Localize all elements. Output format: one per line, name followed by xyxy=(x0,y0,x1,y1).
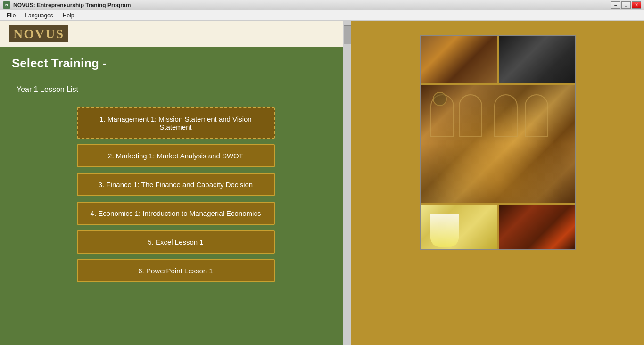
select-training-title: Select Training - xyxy=(12,56,339,71)
arch-window-4 xyxy=(525,94,548,137)
clock-decoration xyxy=(433,92,447,106)
window-title-text: NOVUS: Entrepreneurship Traning Program xyxy=(13,2,131,8)
app-icon: N xyxy=(3,1,10,9)
lesson-button-5[interactable]: 5. Excel Lesson 1 xyxy=(77,230,275,254)
left-panel: NOVUS Select Training - Year 1 Lesson Li… xyxy=(0,21,351,345)
menu-file[interactable]: File xyxy=(2,11,20,20)
app-body: NOVUS Select Training - Year 1 Lesson Li… xyxy=(0,21,644,345)
window-titlebar: N NOVUS: Entrepreneurship Traning Progra… xyxy=(0,0,644,10)
scrollbar-track[interactable] xyxy=(343,21,351,345)
novus-header: NOVUS xyxy=(0,21,351,47)
arch-window-3 xyxy=(494,94,518,137)
lesson-button-4[interactable]: 4. Economics 1: Introduction to Manageri… xyxy=(77,202,275,225)
title-divider xyxy=(12,78,339,78)
year-lesson-title: Year 1 Lesson List xyxy=(12,85,339,94)
lesson-button-2[interactable]: 2. Marketing 1: Market Analysis and SWOT xyxy=(77,144,275,167)
arch-window-2 xyxy=(459,94,482,137)
photo-brewery-right xyxy=(499,36,575,83)
lesson-button-1[interactable]: 1. Management 1: Mission Statement and V… xyxy=(77,107,275,139)
novus-logo: NOVUS xyxy=(9,25,68,42)
scrollbar-thumb[interactable] xyxy=(344,25,351,44)
window-title-group: N NOVUS: Entrepreneurship Traning Progra… xyxy=(3,1,131,9)
lesson-button-6[interactable]: 6. PowerPoint Lesson 1 xyxy=(77,259,275,282)
menu-languages[interactable]: Languages xyxy=(20,11,58,20)
green-content: Select Training - Year 1 Lesson List 1. … xyxy=(0,47,351,345)
menu-help[interactable]: Help xyxy=(58,11,79,20)
minimize-button[interactable]: – xyxy=(611,1,620,9)
photo-collage xyxy=(420,35,576,250)
lesson-divider xyxy=(12,98,339,98)
photo-beer-glass xyxy=(421,205,497,249)
close-button[interactable]: ✕ xyxy=(632,1,641,9)
window-controls: – □ ✕ xyxy=(611,1,641,9)
photo-bottles xyxy=(499,205,575,249)
right-panel xyxy=(351,21,644,345)
photo-brewery-left xyxy=(421,36,497,83)
menubar: File Languages Help xyxy=(0,10,644,21)
photo-interior xyxy=(421,85,575,203)
maximize-button[interactable]: □ xyxy=(621,1,631,9)
lesson-button-3[interactable]: 3. Finance 1: The Finance and Capacity D… xyxy=(77,173,275,196)
